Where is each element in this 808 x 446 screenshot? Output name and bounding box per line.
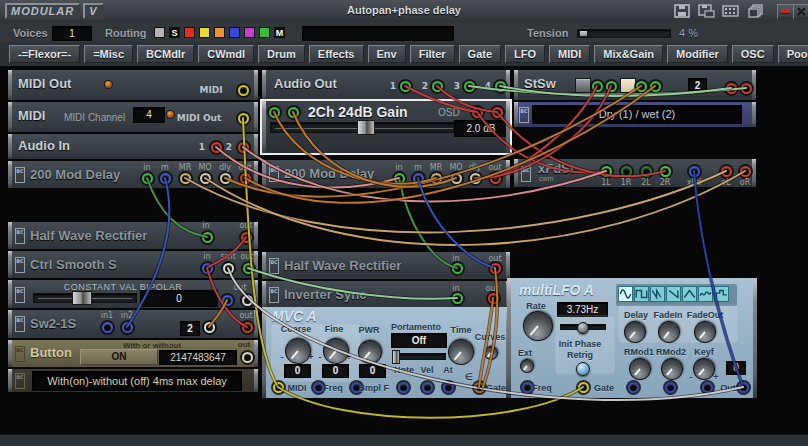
patch-port[interactable] — [726, 83, 737, 94]
patch-port[interactable] — [702, 382, 713, 393]
routing-swatch-s[interactable]: S — [169, 27, 180, 38]
lfo-wave-ramp-down-icon[interactable] — [666, 286, 681, 302]
fine-value[interactable]: 0 — [322, 364, 349, 378]
patch-port[interactable] — [243, 263, 254, 274]
midi-channel-field[interactable]: 4 — [133, 107, 165, 123]
module-inverter-sync[interactable]: BC Inverter Sync — [262, 281, 510, 308]
gain-value[interactable]: 2.0 dB — [454, 120, 508, 137]
constant-slider-handle[interactable] — [72, 291, 92, 305]
module-half-wave-rectifier-1[interactable]: BC Half Wave Rectifier — [8, 222, 258, 249]
patch-port[interactable] — [180, 173, 191, 184]
patch-port[interactable] — [522, 382, 533, 393]
patch-port[interactable] — [160, 173, 171, 184]
patch-port[interactable] — [242, 322, 253, 333]
patch-port[interactable] — [432, 81, 443, 92]
lfo-out-value[interactable]: 0 — [726, 361, 746, 375]
menu-button-osc[interactable]: OSC — [732, 45, 774, 63]
patch-port[interactable] — [398, 382, 409, 393]
patch-port[interactable] — [102, 322, 113, 333]
patch-port[interactable] — [495, 81, 506, 92]
patch-port[interactable] — [470, 173, 481, 184]
lfo-wave-square-icon[interactable] — [634, 286, 649, 302]
routing-swatch-m[interactable]: M — [274, 27, 285, 38]
patch-port[interactable] — [241, 232, 252, 243]
menu-button-gate[interactable]: Gate — [459, 45, 501, 63]
patch-port[interactable] — [451, 173, 462, 184]
patch-port[interactable] — [472, 107, 483, 118]
patch-port[interactable] — [490, 173, 501, 184]
stsw-count-field[interactable]: 2 — [688, 78, 707, 93]
patch-port[interactable] — [641, 166, 652, 177]
patch-port[interactable] — [313, 382, 324, 393]
routing-swatch-3[interactable] — [199, 27, 210, 38]
patch-port[interactable] — [636, 81, 647, 92]
menu-button-drum[interactable]: Drum — [258, 45, 305, 63]
patch-port[interactable] — [242, 352, 253, 363]
patch-port[interactable] — [238, 113, 249, 124]
patch-port[interactable] — [578, 382, 589, 393]
module-stsw[interactable]: StSw 2 — [514, 70, 756, 100]
patch-port[interactable] — [601, 166, 612, 177]
routing-swatch-7[interactable] — [259, 27, 270, 38]
tension-slider-handle[interactable] — [580, 31, 587, 36]
patch-port[interactable] — [490, 263, 501, 274]
patch-port[interactable] — [273, 382, 284, 393]
patch-port[interactable] — [238, 85, 249, 96]
patch-port[interactable] — [721, 166, 732, 177]
patch-port[interactable] — [665, 382, 676, 393]
menu-button-effects[interactable]: Effects — [309, 45, 364, 63]
patch-port[interactable] — [621, 166, 632, 177]
patch-port[interactable] — [474, 382, 485, 393]
pwr-value[interactable]: 0 — [359, 364, 386, 378]
module-half-wave-rectifier-2[interactable]: BC Half Wave Rectifier — [262, 252, 510, 279]
button-value-field[interactable]: 2147483647 — [159, 350, 237, 365]
patch-port[interactable] — [211, 142, 222, 153]
patch-port[interactable] — [394, 173, 405, 184]
patch-port[interactable] — [204, 322, 215, 333]
module-note-label[interactable]: BC With(on)-without (off) 4ms max delay — [8, 369, 258, 392]
patch-port[interactable] — [689, 166, 700, 177]
patch-port[interactable] — [222, 295, 233, 306]
slider-handle[interactable] — [577, 322, 589, 334]
patch-port[interactable] — [492, 107, 503, 118]
portamento-mode-button[interactable]: Off — [391, 333, 447, 348]
tension-slider[interactable] — [577, 29, 671, 38]
module-drywet-selector[interactable]: BC Dry (1) / wet (2) — [514, 102, 756, 127]
menu-button-pool[interactable]: Pool — [778, 45, 808, 63]
routing-swatch-4[interactable] — [214, 27, 225, 38]
lfo-wave-step-icon[interactable] — [714, 286, 729, 302]
lfo-wave-random-icon[interactable] — [698, 286, 713, 302]
menu-button-midi[interactable]: MIDI — [549, 45, 590, 63]
menu-button-env[interactable]: Env — [368, 45, 406, 63]
menu-button--flexor-[interactable]: -=Flexor=- — [9, 45, 80, 63]
stsw-button-b[interactable] — [620, 78, 636, 93]
patch-port[interactable] — [413, 173, 424, 184]
patch-port[interactable] — [431, 173, 442, 184]
routing-swatch-2[interactable] — [184, 27, 195, 38]
patch-port[interactable] — [422, 382, 433, 393]
patch-port[interactable] — [741, 83, 752, 94]
patch-port[interactable] — [452, 293, 463, 304]
retrig-button[interactable] — [576, 362, 590, 376]
lfo-wave-sine-icon[interactable] — [618, 286, 633, 302]
patch-port[interactable] — [242, 295, 253, 306]
patch-port[interactable] — [200, 173, 211, 184]
on-off-button[interactable]: ON — [80, 349, 158, 365]
patch-port[interactable] — [400, 81, 411, 92]
lfo-wave-triangle-icon[interactable] — [682, 286, 697, 302]
close-button[interactable] — [793, 4, 808, 19]
save-as-icon[interactable] — [698, 4, 715, 18]
save-icon[interactable] — [674, 4, 691, 18]
patch-port[interactable] — [142, 173, 153, 184]
module-xfdst[interactable]: BC xFdSt cwm — [514, 159, 756, 187]
patch-port[interactable] — [464, 81, 475, 92]
gain-slider-handle[interactable] — [357, 120, 375, 135]
voices-field[interactable]: 1 — [52, 26, 92, 41]
constant-slider[interactable] — [33, 293, 137, 303]
patch-port[interactable] — [202, 232, 213, 243]
gain-slider[interactable] — [270, 122, 458, 133]
patch-port[interactable] — [740, 166, 751, 177]
patch-port[interactable] — [606, 81, 617, 92]
patch-port[interactable] — [592, 81, 603, 92]
menu-button-modifier[interactable]: Modifier — [667, 45, 728, 63]
